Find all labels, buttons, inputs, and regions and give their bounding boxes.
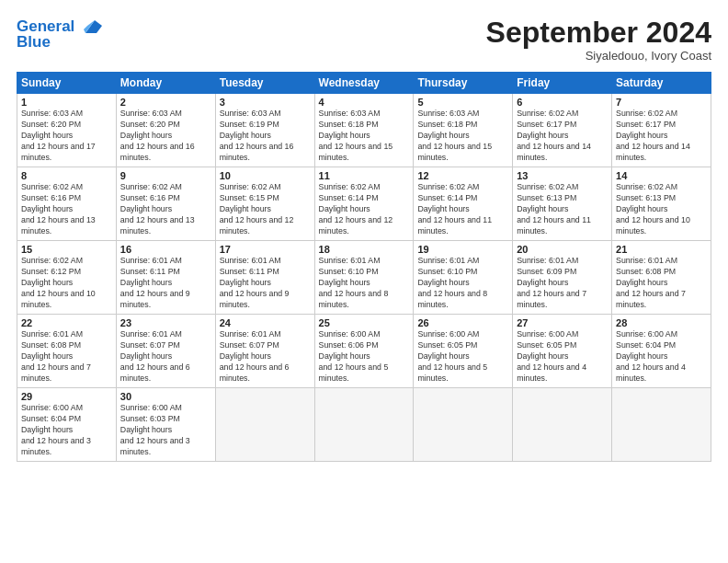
day-detail: Sunrise: 6:02 AM Sunset: 6:13 PM Dayligh…: [616, 182, 707, 236]
day-number: 25: [319, 317, 410, 328]
day-number: 21: [616, 244, 707, 255]
calendar-week-row: 15 Sunrise: 6:02 AM Sunset: 6:12 PM Dayl…: [17, 241, 711, 315]
col-header-wednesday: Wednesday: [314, 73, 414, 94]
location-subtitle: Siyaledouo, Ivory Coast: [486, 49, 711, 63]
calendar-cell: 16 Sunrise: 6:01 AM Sunset: 6:11 PM Dayl…: [116, 241, 215, 315]
calendar-cell: [414, 388, 513, 462]
month-title: September 2024: [486, 17, 711, 49]
calendar-cell: 9 Sunrise: 6:02 AM Sunset: 6:16 PM Dayli…: [116, 167, 215, 241]
day-number: 20: [517, 244, 608, 255]
day-number: 7: [616, 97, 707, 108]
day-number: 29: [21, 391, 112, 402]
calendar-cell: 8 Sunrise: 6:02 AM Sunset: 6:16 PM Dayli…: [17, 167, 117, 241]
day-detail: Sunrise: 6:02 AM Sunset: 6:17 PM Dayligh…: [616, 109, 707, 163]
day-detail: Sunrise: 6:02 AM Sunset: 6:16 PM Dayligh…: [21, 182, 112, 236]
day-number: 2: [120, 97, 211, 108]
day-detail: Sunrise: 6:01 AM Sunset: 6:11 PM Dayligh…: [120, 256, 211, 310]
calendar-cell: 18 Sunrise: 6:01 AM Sunset: 6:10 PM Dayl…: [314, 241, 414, 315]
day-detail: Sunrise: 6:01 AM Sunset: 6:11 PM Dayligh…: [220, 256, 311, 310]
calendar-cell: 13 Sunrise: 6:02 AM Sunset: 6:13 PM Dayl…: [513, 167, 612, 241]
day-detail: Sunrise: 6:00 AM Sunset: 6:05 PM Dayligh…: [417, 329, 508, 384]
col-header-tuesday: Tuesday: [215, 73, 314, 94]
calendar-cell: [513, 388, 612, 462]
day-number: 3: [220, 97, 311, 108]
day-number: 30: [120, 391, 211, 402]
calendar-cell: 7 Sunrise: 6:02 AM Sunset: 6:17 PM Dayli…: [612, 94, 711, 167]
calendar-cell: 14 Sunrise: 6:02 AM Sunset: 6:13 PM Dayl…: [612, 167, 711, 241]
calendar-cell: 20 Sunrise: 6:01 AM Sunset: 6:09 PM Dayl…: [513, 241, 612, 315]
day-detail: Sunrise: 6:03 AM Sunset: 6:19 PM Dayligh…: [220, 109, 311, 163]
day-detail: Sunrise: 6:03 AM Sunset: 6:18 PM Dayligh…: [417, 109, 508, 163]
calendar-cell: 27 Sunrise: 6:00 AM Sunset: 6:05 PM Dayl…: [513, 315, 612, 388]
calendar-week-row: 8 Sunrise: 6:02 AM Sunset: 6:16 PM Dayli…: [17, 167, 711, 241]
calendar-cell: 24 Sunrise: 6:01 AM Sunset: 6:07 PM Dayl…: [215, 315, 314, 388]
col-header-saturday: Saturday: [612, 73, 711, 94]
calendar-cell: 17 Sunrise: 6:01 AM Sunset: 6:11 PM Dayl…: [215, 241, 314, 315]
day-detail: Sunrise: 6:02 AM Sunset: 6:15 PM Dayligh…: [220, 182, 311, 236]
page: General Blue September 2024 Siyaledouo, …: [0, 0, 728, 563]
day-number: 26: [417, 317, 508, 328]
day-number: 17: [220, 244, 311, 255]
calendar-cell: [314, 388, 414, 462]
day-detail: Sunrise: 6:03 AM Sunset: 6:20 PM Dayligh…: [120, 109, 211, 163]
calendar-cell: 29 Sunrise: 6:00 AM Sunset: 6:04 PM Dayl…: [17, 388, 117, 462]
day-number: 27: [517, 317, 608, 328]
calendar-header-row: SundayMondayTuesdayWednesdayThursdayFrid…: [17, 73, 711, 94]
calendar-week-row: 29 Sunrise: 6:00 AM Sunset: 6:04 PM Dayl…: [17, 388, 711, 462]
calendar-cell: 10 Sunrise: 6:02 AM Sunset: 6:15 PM Dayl…: [215, 167, 314, 241]
calendar-cell: 6 Sunrise: 6:02 AM Sunset: 6:17 PM Dayli…: [513, 94, 612, 167]
day-detail: Sunrise: 6:00 AM Sunset: 6:06 PM Dayligh…: [319, 329, 410, 384]
day-detail: Sunrise: 6:01 AM Sunset: 6:08 PM Dayligh…: [616, 256, 707, 310]
col-header-friday: Friday: [513, 73, 612, 94]
day-detail: Sunrise: 6:01 AM Sunset: 6:10 PM Dayligh…: [319, 256, 410, 310]
day-detail: Sunrise: 6:02 AM Sunset: 6:12 PM Dayligh…: [21, 256, 112, 310]
day-number: 23: [120, 317, 211, 328]
day-number: 1: [21, 97, 112, 108]
day-detail: Sunrise: 6:02 AM Sunset: 6:16 PM Dayligh…: [120, 182, 211, 236]
calendar-cell: 11 Sunrise: 6:02 AM Sunset: 6:14 PM Dayl…: [314, 167, 414, 241]
calendar-cell: 21 Sunrise: 6:01 AM Sunset: 6:08 PM Dayl…: [612, 241, 711, 315]
day-detail: Sunrise: 6:01 AM Sunset: 6:07 PM Dayligh…: [220, 329, 311, 384]
calendar-cell: [612, 388, 711, 462]
calendar-table: SundayMondayTuesdayWednesdayThursdayFrid…: [17, 72, 711, 462]
day-detail: Sunrise: 6:03 AM Sunset: 6:20 PM Dayligh…: [21, 109, 112, 163]
calendar-cell: 4 Sunrise: 6:03 AM Sunset: 6:18 PM Dayli…: [314, 94, 414, 167]
day-detail: Sunrise: 6:03 AM Sunset: 6:18 PM Dayligh…: [319, 109, 410, 163]
calendar-cell: 30 Sunrise: 6:00 AM Sunset: 6:03 PM Dayl…: [116, 388, 215, 462]
day-detail: Sunrise: 6:02 AM Sunset: 6:13 PM Dayligh…: [517, 182, 608, 236]
day-detail: Sunrise: 6:00 AM Sunset: 6:04 PM Dayligh…: [616, 329, 707, 384]
day-detail: Sunrise: 6:01 AM Sunset: 6:07 PM Dayligh…: [120, 329, 211, 384]
day-detail: Sunrise: 6:01 AM Sunset: 6:10 PM Dayligh…: [417, 256, 508, 310]
calendar-cell: 12 Sunrise: 6:02 AM Sunset: 6:14 PM Dayl…: [414, 167, 513, 241]
calendar-cell: 28 Sunrise: 6:00 AM Sunset: 6:04 PM Dayl…: [612, 315, 711, 388]
day-number: 5: [417, 97, 508, 108]
col-header-sunday: Sunday: [17, 73, 117, 94]
calendar-week-row: 1 Sunrise: 6:03 AM Sunset: 6:20 PM Dayli…: [17, 94, 711, 167]
day-number: 19: [417, 244, 508, 255]
day-number: 4: [319, 97, 410, 108]
day-number: 15: [21, 244, 112, 255]
day-number: 9: [120, 170, 211, 181]
day-number: 14: [616, 170, 707, 181]
day-detail: Sunrise: 6:01 AM Sunset: 6:09 PM Dayligh…: [517, 256, 608, 310]
calendar-cell: 22 Sunrise: 6:01 AM Sunset: 6:08 PM Dayl…: [17, 315, 117, 388]
header: General Blue September 2024 Siyaledouo, …: [17, 17, 711, 63]
day-number: 16: [120, 244, 211, 255]
calendar-cell: 26 Sunrise: 6:00 AM Sunset: 6:05 PM Dayl…: [414, 315, 513, 388]
col-header-monday: Monday: [116, 73, 215, 94]
calendar-cell: 1 Sunrise: 6:03 AM Sunset: 6:20 PM Dayli…: [17, 94, 117, 167]
calendar-cell: [215, 388, 314, 462]
day-number: 22: [21, 317, 112, 328]
title-block: September 2024 Siyaledouo, Ivory Coast: [486, 17, 711, 63]
day-number: 11: [319, 170, 410, 181]
calendar-cell: 19 Sunrise: 6:01 AM Sunset: 6:10 PM Dayl…: [414, 241, 513, 315]
day-detail: Sunrise: 6:02 AM Sunset: 6:14 PM Dayligh…: [417, 182, 508, 236]
day-number: 18: [319, 244, 410, 255]
day-number: 13: [517, 170, 608, 181]
calendar-cell: 25 Sunrise: 6:00 AM Sunset: 6:06 PM Dayl…: [314, 315, 414, 388]
day-number: 10: [220, 170, 311, 181]
day-detail: Sunrise: 6:02 AM Sunset: 6:14 PM Dayligh…: [319, 182, 410, 236]
day-detail: Sunrise: 6:00 AM Sunset: 6:03 PM Dayligh…: [120, 403, 211, 457]
logo-bird-icon: [76, 17, 104, 37]
day-number: 8: [21, 170, 112, 181]
